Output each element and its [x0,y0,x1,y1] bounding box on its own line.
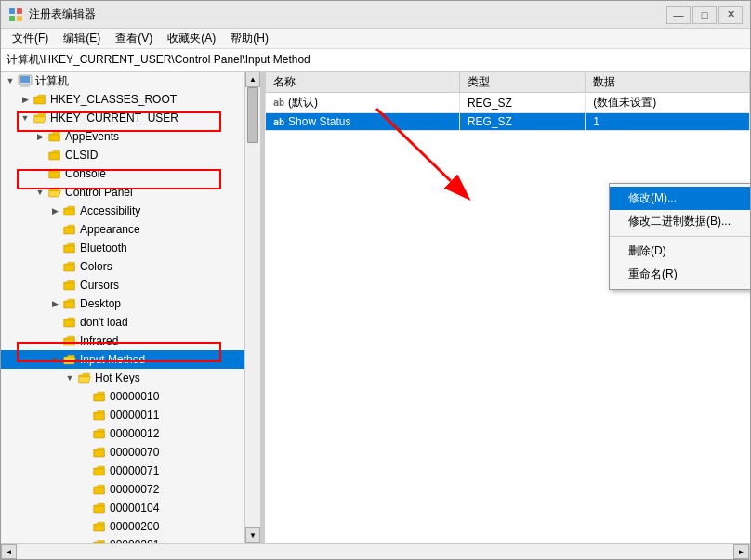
folder-icon-k00000071 [92,464,107,477]
tree-item-k00000072[interactable]: 00000072 [1,480,244,499]
app-icon [8,7,23,22]
expander-placeholder [77,408,92,423]
tree-item-k00000010[interactable]: 00000010 [1,387,244,406]
registry-table: 名称 类型 数据 ab(默认) REG_SZ (数值未设置) abShow St… [265,72,750,131]
scroll-up-btn[interactable]: ▲ [245,72,260,87]
folder-icon-inputmethod [62,353,77,366]
tree-label-colors: Colors [80,260,112,273]
expander-placeholder [77,538,92,543]
ctx-item-3[interactable]: 删除(D) [610,240,750,263]
tree-label-k00000201: 00000201 [110,539,159,543]
tree-item-clsid[interactable]: CLSID [1,146,244,164]
expander-hkcr[interactable]: ▶ [18,92,33,107]
cell-type-0: REG_SZ [459,93,585,113]
scroll-down-btn[interactable]: ▼ [245,527,260,543]
tree-label-controlpanel: Control Panel [65,186,133,199]
maximize-button[interactable]: □ [692,6,717,24]
expander-hotkeys[interactable]: ▼ [62,371,77,385]
folder-icon-k00000072 [92,483,107,496]
tree-label-k00000072: 00000072 [110,483,159,496]
tree-item-controlpanel[interactable]: ▼ Control Panel [1,183,244,202]
tree-item-inputmethod[interactable]: ▼ Input Method [1,350,244,369]
tree-label-accessibility: Accessibility [80,204,140,217]
tree-item-k00000071[interactable]: 00000071 [1,462,244,480]
tree-item-cursors[interactable]: Cursors [1,276,244,294]
menu-favorites[interactable]: 收藏夹(A) [160,29,223,48]
menu-edit[interactable]: 编辑(E) [56,29,108,48]
tree-item-computer[interactable]: ▼ 计算机 [1,72,244,90]
folder-icon-console [47,167,62,180]
svg-rect-6 [22,85,28,86]
scroll-right-btn[interactable]: ► [733,544,749,559]
tree-item-hkcu[interactable]: ▼ HKEY_CURRENT_USER [1,109,244,127]
folder-icon-appevents [47,130,62,143]
expander-accessibility[interactable]: ▶ [47,203,62,218]
expander-controlpanel[interactable]: ▼ [33,185,47,200]
ctx-item-1[interactable]: 修改二进制数据(B)... [610,210,750,233]
status-bar: ◄ ► [1,543,750,559]
tree-item-console[interactable]: Console [1,164,244,183]
tree-item-k00000011[interactable]: 00000011 [1,406,244,424]
tree-label-dontload: don't load [80,316,128,329]
tree-item-infrared[interactable]: Infrared [1,332,244,350]
minimize-button[interactable]: — [666,6,691,24]
menu-file[interactable]: 文件(F) [5,29,56,48]
tree-item-accessibility[interactable]: ▶ Accessibility [1,202,244,220]
menu-view[interactable]: 查看(V) [108,29,160,48]
main-content: ▼ 计算机▶ HKEY_CLASSES_ROOT▼ HKEY_CURRENT_U… [1,72,750,543]
reg-row-1[interactable]: abShow Status REG_SZ 1 [266,113,750,131]
tree-item-k00000201[interactable]: 00000201 [1,536,244,543]
folder-icon-desktop [62,297,77,310]
reg-row-0[interactable]: ab(默认) REG_SZ (数值未设置) [266,93,750,113]
tree-label-appearance: Appearance [80,223,140,236]
cell-data-0: (数值未设置) [586,93,750,113]
expander-placeholder [47,315,62,330]
folder-icon-k00000104 [92,501,107,514]
tree-label-inputmethod: Input Method [80,353,145,366]
tree-scrollbar[interactable]: ▲ ▼ [244,72,260,543]
col-name: 名称 [266,72,460,93]
svg-rect-2 [9,16,15,21]
tree-item-dontload[interactable]: don't load [1,313,244,332]
expander-computer[interactable]: ▼ [3,73,18,88]
tree-item-colors[interactable]: Colors [1,257,244,276]
folder-icon-k00000200 [92,520,107,533]
tree-item-k00000104[interactable]: 00000104 [1,499,244,517]
menu-help[interactable]: 帮助(H) [223,29,276,48]
window-title: 注册表编辑器 [29,7,666,22]
close-button[interactable]: ✕ [718,6,743,24]
folder-icon-k00000070 [92,446,107,459]
expander-appevents[interactable]: ▶ [33,129,47,144]
expander-inputmethod[interactable]: ▼ [47,352,62,367]
expander-placeholder [77,463,92,478]
ctx-item-4[interactable]: 重命名(R) [610,263,750,286]
svg-rect-1 [17,8,22,14]
tree-item-desktop[interactable]: ▶ Desktop [1,294,244,313]
svg-rect-0 [9,8,15,14]
tree-item-appevents[interactable]: ▶ AppEvents [1,127,244,146]
tree-item-k00000200[interactable]: 00000200 [1,517,244,536]
tree-label-computer: 计算机 [35,73,69,89]
ctx-item-0[interactable]: 修改(M)... [610,187,750,210]
tree-scroll-area: ▼ 计算机▶ HKEY_CLASSES_ROOT▼ HKEY_CURRENT_U… [1,72,260,543]
tree-item-k00000012[interactable]: 00000012 [1,424,244,443]
expander-placeholder [77,389,92,404]
cell-name-0: ab(默认) [266,93,460,113]
expander-desktop[interactable]: ▶ [47,296,62,311]
folder-icon-bluetooth [62,241,77,254]
expander-placeholder [77,501,92,515]
tree-item-bluetooth[interactable]: Bluetooth [1,239,244,257]
expander-placeholder [47,259,62,274]
tree-item-hotkeys[interactable]: ▼ Hot Keys [1,369,244,387]
folder-icon-accessibility [62,204,77,217]
expander-hkcu[interactable]: ▼ [18,111,33,125]
tree-item-hkcr[interactable]: ▶ HKEY_CLASSES_ROOT [1,90,244,109]
tree-item-k00000070[interactable]: 00000070 [1,443,244,462]
bottom-scrollbar[interactable]: ◄ ► [1,544,750,559]
tree-label-hkcu: HKEY_CURRENT_USER [50,111,178,124]
context-menu: 修改(M)...修改二进制数据(B)...删除(D)重命名(R) [609,183,750,290]
scroll-left-btn[interactable]: ◄ [1,544,17,559]
tree-label-cursors: Cursors [80,279,119,292]
tree-item-appearance[interactable]: Appearance [1,220,244,239]
scroll-thumb[interactable] [247,87,258,143]
